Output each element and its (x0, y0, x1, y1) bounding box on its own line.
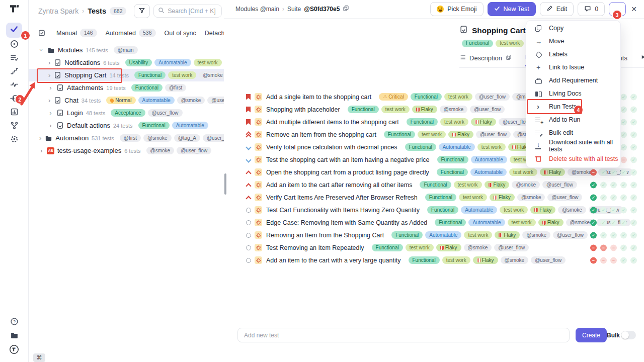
test-row[interactable]: Test Removing an Item Repeatedly ⚠ Funct… (224, 241, 644, 254)
test-title[interactable]: Verify total price calculation with deci… (266, 144, 397, 151)
tree-suite-row[interactable]: › AB Notifications 6 tests ⚠ Usability (28, 56, 224, 69)
menu-item[interactable]: Living Docs (526, 87, 620, 100)
tree-suite-row[interactable]: › AB tests-usage-examples 6 tests ⚠ @smo… (28, 144, 224, 157)
test-title[interactable]: Open the shopping cart from a product li… (266, 169, 429, 176)
select-all-icon[interactable] (38, 29, 46, 37)
edit-button[interactable]: Edit (540, 2, 574, 16)
suite-name[interactable]: Notifications (64, 59, 100, 66)
test-row[interactable]: Edge Case: Removing Item with Same Quant… (224, 216, 644, 229)
tab-description[interactable]: Description (459, 54, 512, 66)
menu-item[interactable]: Add Requirement (526, 74, 620, 87)
suite-name[interactable]: Login (67, 109, 83, 117)
add-test-input[interactable] (237, 328, 570, 342)
sidebar-item-reports[interactable] (7, 106, 22, 119)
chevron-right-icon[interactable]: › (48, 122, 53, 129)
tab-runs[interactable]: Runs (640, 54, 644, 66)
tree-suite-row[interactable]: › AB Default actions 24 tests ⚠ Function… (28, 119, 224, 132)
menu-item[interactable]: Copy (526, 22, 620, 35)
copy-icon[interactable] (343, 5, 349, 13)
suite-name[interactable]: Default actions (67, 122, 110, 129)
menu-item[interactable]: Add to Run (526, 113, 620, 126)
test-row[interactable]: Test Cart Functionality with Items Havin… (224, 204, 644, 216)
tree-suite-row[interactable]: › AB Modules 145 tests ⚠ @main (28, 44, 224, 56)
test-title[interactable]: Add an item to the cart with a very larg… (266, 257, 401, 264)
tree-suite-row[interactable]: › AB Login 48 tests ⚠ Acceptance (28, 107, 224, 119)
chevron-right-icon[interactable]: › (39, 135, 41, 141)
chevron-right-icon[interactable]: › (39, 147, 44, 154)
sidebar-item-tests[interactable] (6, 23, 22, 38)
close-suite-button[interactable]: ✕ (631, 5, 637, 13)
test-row[interactable]: Add an item to the cart with a very larg… (224, 254, 644, 266)
pick-emoji-button[interactable]: Pick Emoji (430, 2, 483, 16)
filter-button[interactable] (134, 4, 150, 18)
test-title[interactable]: Shopping with placeholder (266, 106, 340, 113)
filter-tab[interactable]: Detached (205, 30, 224, 37)
suite-name[interactable]: tests-usage-examples (57, 147, 121, 154)
suite-name[interactable]: Automation (55, 134, 89, 142)
sidebar-item-milestones[interactable] (7, 65, 22, 78)
menu-item[interactable]: Bulk edit (526, 126, 620, 139)
menu-item[interactable]: Download suite with all tests (526, 139, 620, 152)
create-button[interactable]: Create (576, 328, 607, 342)
chevron-right-icon[interactable]: › (48, 110, 53, 116)
chevron-right-icon[interactable]: › (48, 59, 50, 66)
sidebar-item-traceability[interactable] (7, 120, 22, 133)
menu-item[interactable]: Move (526, 35, 620, 48)
test-title[interactable]: Add a single item to the shopping cart (266, 94, 371, 101)
sidebar-item-runs[interactable] (7, 38, 22, 51)
chevron-right-icon[interactable]: › (48, 84, 53, 91)
test-title[interactable]: Verify Cart Items Are Preserved After Br… (266, 194, 418, 201)
filter-tab[interactable]: Out of sync (165, 30, 196, 37)
menu-item[interactable]: Labels (526, 48, 620, 61)
menu-item[interactable]: Run Tests (526, 100, 620, 113)
badge: ⚠ Functional (437, 156, 468, 163)
test-title[interactable]: Test Removing an Item Repeatedly (266, 244, 364, 251)
sidebar-item-plans[interactable] (7, 52, 22, 65)
suite-name[interactable]: Attachments (67, 84, 103, 92)
tree-suite-row[interactable]: › AB Attachments 19 tests ⚠ Functional (28, 81, 224, 94)
sidebar-item-settings[interactable] (7, 133, 22, 146)
chevron-right-icon[interactable]: › (38, 48, 45, 52)
new-test-button[interactable]: New Test (488, 2, 536, 16)
badge: ⚠ Flaky (412, 106, 437, 113)
sidebar-item-activity[interactable] (7, 79, 22, 92)
scrollbar-thumb[interactable] (224, 173, 226, 195)
test-row[interactable]: Verify Cart Items Are Preserved After Br… (224, 191, 644, 204)
app-logo-icon[interactable] (7, 2, 22, 15)
copy-icon[interactable] (506, 54, 512, 62)
test-row[interactable]: Removing an Item from the Shopping Cart … (224, 229, 644, 241)
bulk-toggle[interactable] (621, 331, 636, 339)
test-title[interactable]: Test the shopping cart with an item havi… (266, 156, 430, 163)
comments-button[interactable]: 0 (578, 2, 605, 16)
suite-name[interactable]: Shopping Cart (64, 71, 106, 79)
search-input[interactable]: Search [Cmd + K] (153, 5, 222, 18)
breadcrumb-project[interactable]: Zyntra Spark (38, 7, 78, 15)
sidebar-item-projects[interactable] (7, 329, 22, 342)
menu-item[interactable]: Link to Issue (526, 61, 620, 74)
test-title[interactable]: Add an item to the cart after removing a… (266, 182, 412, 189)
menu-item[interactable]: Delete suite with all tests (526, 152, 620, 165)
sidebar-item-help[interactable]: ? (7, 316, 22, 329)
tree-suite-row[interactable]: › AB Shopping Cart 14 tests ⚠ Functional (28, 69, 224, 81)
test-title[interactable]: Removing an Item from the Shopping Cart (266, 232, 384, 239)
chevron-right-icon[interactable]: › (48, 72, 50, 78)
filter-tab[interactable]: Manual 146 (56, 29, 97, 37)
badge: ⚠ Functional (372, 244, 403, 251)
filter-tab[interactable]: Automated 536 (106, 29, 156, 37)
suite-doc-icon (56, 109, 64, 117)
test-title[interactable]: Edge Case: Removing Item with Same Quant… (266, 219, 427, 226)
badge: ⚠ Flaky (471, 118, 496, 126)
tree-suite-row[interactable]: › AB Chat 34 tests ⚠ Normal (28, 94, 224, 107)
badge-label: Normal (115, 98, 131, 103)
test-row[interactable]: Add an item to the cart after removing a… (224, 178, 644, 191)
breadcrumb-parent[interactable]: Modules @main (235, 6, 279, 13)
test-title[interactable]: Test Cart Functionality with Items Havin… (266, 207, 420, 214)
chevron-right-icon[interactable]: › (48, 97, 50, 104)
suite-name[interactable]: Modules (58, 46, 83, 54)
suite-name[interactable]: Chat (64, 97, 78, 104)
workspace-avatar[interactable] (7, 344, 22, 357)
test-title[interactable]: Remove an item from the shopping cart (266, 131, 376, 138)
badge: ⚠ @smoke (199, 71, 224, 79)
tree-suite-row[interactable]: › AB Automation 531 tests ⚠ @first (28, 132, 224, 144)
test-title[interactable]: Add multiple different items to the shop… (266, 119, 399, 126)
